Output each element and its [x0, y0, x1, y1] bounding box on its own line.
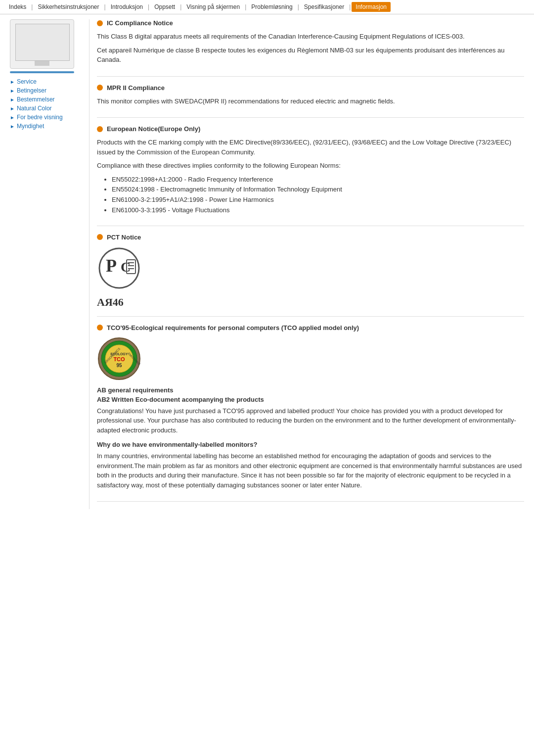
section-paragraph: Cet appareil Numérique de classe B respe…: [97, 46, 524, 65]
sections-container: IC Compliance NoticeThis Class B digital…: [97, 19, 524, 502]
section-paragraph: Compliance with these directives implies…: [97, 161, 524, 171]
pct-text: АЯ46: [97, 296, 524, 309]
main-layout: ►Service►Betingelser►Bestemmelser►Natura…: [0, 14, 534, 514]
section-paragraph: This monitor complies with SWEDAC(MPR II…: [97, 96, 524, 106]
monitor-base: [35, 61, 49, 66]
section-paragraph: This Class B digital apparatus meets all…: [97, 32, 524, 42]
sidebar-nav-label: For bedre visning: [17, 114, 63, 121]
svg-text:C: C: [121, 259, 131, 275]
section-heading: PCT Notice: [107, 234, 141, 241]
sidebar-section-label: [10, 71, 74, 73]
tco-svg: ECOLOGY TCO 95 ERGONOMICS EMISSIONS: [97, 336, 141, 381]
bullet-icon: [97, 20, 103, 26]
bullet-icon: [97, 126, 103, 132]
list-item: EN55024:1998 - Electromagnetic Immunity …: [112, 185, 524, 195]
section-title-mpr-compliance: MPR II Compliance: [97, 84, 524, 92]
arrow-icon: ►: [10, 106, 15, 111]
nav-separator: |: [147, 3, 150, 10]
list-item: EN55022:1998+A1:2000 - Radio Frequency I…: [112, 175, 524, 185]
list-item: EN61000-3-2:1995+A1/A2:1998 - Power Line…: [112, 195, 524, 205]
section-tco-notice: TCO'95-Ecological requirements for perso…: [97, 324, 524, 502]
section-list: EN55022:1998+A1:2000 - Radio Frequency I…: [112, 175, 524, 216]
nav-item-visning-på-skjermen[interactable]: Visning på skjermen: [182, 2, 244, 12]
section-mpr-compliance: MPR II ComplianceThis monitor complies w…: [97, 84, 524, 118]
bullet-icon: [97, 85, 103, 91]
section-european-notice: European Notice(Europe Only)Products wit…: [97, 125, 524, 226]
sidebar-nav-label: Bestemmelser: [17, 96, 55, 103]
svg-text:P: P: [106, 256, 117, 276]
tco-logo: ECOLOGY TCO 95 ERGONOMICS EMISSIONS: [97, 336, 524, 382]
nav-separator: |: [348, 3, 352, 10]
sidebar-nav-label: Natural Color: [17, 105, 52, 112]
sidebar-nav-label: Service: [17, 78, 37, 85]
sidebar-nav-item-betingelser[interactable]: ►Betingelser: [10, 86, 82, 95]
monitor-image: [10, 19, 74, 69]
section-title-ic-compliance: IC Compliance Notice: [97, 19, 524, 27]
section-paragraph: Products with the CE marking comply with…: [97, 138, 524, 157]
sidebar-nav-item-for-bedre-visning[interactable]: ►For bedre visning: [10, 113, 82, 122]
sidebar: ►Service►Betingelser►Bestemmelser►Natura…: [10, 19, 89, 509]
sidebar-nav-item-bestemmelser[interactable]: ►Bestemmelser: [10, 95, 82, 104]
nav-separator: |: [103, 3, 107, 10]
ab2-paragraph: Congratulations! You have just purchased…: [97, 406, 524, 435]
sidebar-nav: ►Service►Betingelser►Bestemmelser►Natura…: [10, 77, 82, 131]
bullet-icon: [97, 325, 103, 331]
sidebar-nav-item-myndighet[interactable]: ►Myndighet: [10, 122, 82, 131]
section-heading: European Notice(Europe Only): [107, 125, 200, 133]
why-paragraph: In many countries, environmental labelli…: [97, 451, 524, 490]
nav-item-informasjon[interactable]: Informasjon: [352, 2, 391, 12]
section-title-tco-notice: TCO'95-Ecological requirements for perso…: [97, 324, 524, 331]
arrow-icon: ►: [10, 115, 15, 120]
monitor-screen: [15, 24, 70, 61]
nav-item-introduksjon[interactable]: Introduksjon: [107, 2, 147, 12]
list-item: EN61000-3-3:1995 - Voltage Fluctuations: [112, 205, 524, 216]
nav-item-indeks[interactable]: Indeks: [5, 2, 30, 12]
sidebar-nav-item-service[interactable]: ►Service: [10, 77, 82, 86]
nav-separator: |: [30, 3, 34, 10]
pct-logo: P C: [97, 246, 524, 292]
nav-item-spesifikasjoner[interactable]: Spesifikasjoner: [300, 2, 348, 12]
sidebar-nav-item-natural-color[interactable]: ►Natural Color: [10, 104, 82, 113]
nav-separator: |: [297, 3, 300, 10]
bullet-icon: [97, 234, 103, 240]
nav-separator: |: [244, 3, 247, 10]
pct-svg: P C: [97, 246, 141, 290]
section-title-pct-notice: PCT Notice: [97, 234, 524, 241]
nav-item-sikkerhetsinstruksjoner[interactable]: Sikkerhetsinstruksjoner: [34, 2, 103, 12]
section-heading: MPR II Compliance: [107, 84, 165, 92]
arrow-icon: ►: [10, 88, 15, 94]
section-title-european-notice: European Notice(Europe Only): [97, 125, 524, 133]
arrow-icon: ►: [10, 79, 15, 85]
ab2-subtitle: AB2 Written Eco-document acompanying the…: [97, 396, 524, 403]
section-heading: TCO'95-Ecological requirements for perso…: [107, 324, 359, 331]
section-ic-compliance: IC Compliance NoticeThis Class B digital…: [97, 19, 524, 77]
svg-text:95: 95: [116, 363, 122, 368]
section-heading: IC Compliance Notice: [107, 19, 173, 27]
nav-separator: |: [179, 3, 182, 10]
nav-item-problemløsning[interactable]: Problemløsning: [247, 2, 296, 12]
arrow-icon: ►: [10, 124, 15, 129]
arrow-icon: ►: [10, 97, 15, 102]
sidebar-nav-label: Betingelser: [17, 87, 46, 94]
svg-text:TCO: TCO: [113, 356, 125, 362]
ab-general-title: AB general requirements: [97, 386, 524, 394]
content-area: IC Compliance NoticeThis Class B digital…: [89, 19, 524, 509]
why-title: Why do we have environmentally-labelled …: [97, 441, 524, 448]
navbar: Indeks|Sikkerhetsinstruksjoner|Introduks…: [0, 0, 534, 14]
nav-item-oppsett[interactable]: Oppsett: [150, 2, 179, 12]
sidebar-nav-label: Myndighet: [17, 123, 44, 130]
section-pct-notice: PCT Notice P C АЯ46: [97, 234, 524, 317]
